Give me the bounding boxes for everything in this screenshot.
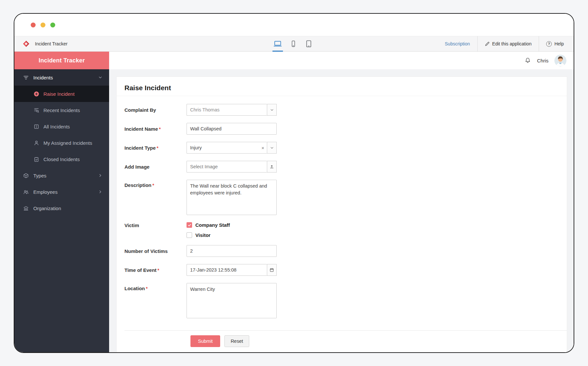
sidebar-item-closed-incidents[interactable]: Closed Incidents: [14, 151, 109, 167]
incident-name-field[interactable]: [187, 123, 277, 135]
plus-circle-icon: [33, 91, 39, 97]
add-image-field[interactable]: [187, 161, 267, 173]
close-button[interactable]: [31, 23, 36, 27]
edit-application-button[interactable]: Edit this application: [477, 36, 539, 51]
minimize-button[interactable]: [41, 23, 45, 27]
device-preview-switcher: [270, 36, 317, 51]
building-icon: [23, 206, 29, 211]
pencil-icon: [485, 42, 490, 46]
field-label: Incident Type*: [124, 145, 187, 151]
required-marker: *: [153, 183, 154, 188]
field-label: Description*: [124, 180, 187, 188]
clipboard-icon: [33, 157, 39, 162]
sidebar-app-title: Incident Tracker: [14, 52, 109, 69]
tablet-icon[interactable]: [301, 36, 317, 51]
field-victim: Victim Company Staff: [124, 222, 567, 238]
chevron-down-icon: [98, 75, 103, 80]
sidebar-item-label: Recent Incidents: [43, 108, 80, 113]
field-complaint-by: Complaint By: [124, 104, 567, 116]
edit-application-label: Edit this application: [492, 41, 532, 46]
person-icon: [33, 140, 39, 146]
incident-type-field[interactable]: [187, 142, 267, 154]
help-label: Help: [554, 41, 564, 46]
sidebar-item-label: My Assigned Incidents: [43, 140, 92, 146]
field-label: Complaint By: [124, 107, 187, 113]
sidebar-item-label: Incidents: [33, 75, 53, 80]
form-actions: Submit Reset: [124, 330, 567, 352]
app-toolbar: Incident Tracker: [14, 36, 574, 52]
required-marker: *: [157, 145, 158, 151]
sidebar-item-recent-incidents[interactable]: Recent Incidents: [14, 102, 109, 118]
cube-icon: [23, 173, 29, 178]
chevron-right-icon: [98, 190, 103, 194]
field-label: Location*: [124, 283, 187, 291]
field-incident-type: Incident Type* ×: [124, 142, 567, 154]
field-location: Location* Warren City: [124, 283, 567, 318]
raise-incident-form-card: Raise Incident Complaint By: [116, 76, 567, 352]
sidebar-item-label: Types: [33, 173, 46, 178]
visitor-checkbox[interactable]: [187, 232, 192, 238]
toolbar-app-name: Incident Tracker: [35, 41, 68, 46]
page-title: Raise Incident: [117, 77, 567, 96]
sidebar-item-organization[interactable]: Organization: [14, 200, 109, 216]
victim-option-visitor: Visitor: [187, 232, 230, 238]
app-window: Incident Tracker: [14, 13, 574, 353]
notifications-bell-icon[interactable]: [524, 57, 531, 64]
field-time-of-event: Time of Event*: [124, 264, 567, 276]
field-number-of-victims: Number of Victims: [124, 245, 567, 257]
time-of-event-field[interactable]: [187, 264, 267, 276]
laptop-icon[interactable]: [270, 36, 286, 51]
recent-incidents-icon: [33, 108, 39, 113]
field-incident-name: Incident Name*: [124, 123, 567, 135]
calendar-icon[interactable]: [267, 264, 277, 276]
clear-icon[interactable]: ×: [261, 145, 264, 150]
field-label: Number of Victims: [124, 248, 187, 254]
location-field[interactable]: Warren City: [187, 283, 277, 318]
number-of-victims-field[interactable]: [187, 245, 277, 257]
incident-type-dropdown-button[interactable]: [267, 142, 277, 154]
filter-icon: [23, 75, 29, 80]
sidebar-item-employees[interactable]: Employees: [14, 184, 109, 200]
field-description: Description* The Wall near block C colla…: [124, 180, 567, 215]
required-marker: *: [157, 268, 159, 273]
content-header: Chris: [109, 52, 574, 69]
titlebar: [14, 14, 574, 36]
help-button[interactable]: Help: [539, 36, 574, 51]
sidebar-item-label: Closed Incidents: [43, 157, 80, 162]
checkbox-label: Company Staff: [195, 222, 230, 228]
sidebar-item-raise-incident[interactable]: Raise Incident: [14, 86, 109, 102]
victim-option-company-staff: Company Staff: [187, 222, 230, 228]
avatar[interactable]: [554, 55, 566, 67]
user-name: Chris: [537, 58, 548, 63]
field-label: Victim: [124, 222, 187, 228]
checkbox-label: Visitor: [195, 232, 210, 238]
people-icon: [23, 189, 29, 195]
field-label: Incident Name*: [124, 126, 187, 132]
description-field[interactable]: The Wall near block C collapsed and empl…: [187, 180, 277, 215]
sidebar-item-all-incidents[interactable]: All Incidents: [14, 118, 109, 135]
complaint-by-dropdown-button[interactable]: [267, 104, 277, 116]
subscription-link[interactable]: Subscription: [438, 36, 477, 51]
sidebar-item-label: Organization: [33, 206, 61, 211]
sidebar-item-label: All Incidents: [43, 124, 70, 129]
required-marker: *: [146, 286, 148, 291]
sidebar-item-incidents[interactable]: Incidents: [14, 69, 109, 86]
zoom-button[interactable]: [50, 23, 55, 27]
reset-button[interactable]: Reset: [224, 335, 249, 347]
help-icon: [546, 41, 552, 47]
sidebar-item-label: Raise Incident: [43, 91, 74, 97]
complaint-by-field[interactable]: [187, 104, 267, 116]
upload-icon[interactable]: [267, 161, 277, 173]
sidebar-item-label: Employees: [33, 189, 57, 195]
field-label: Add Image: [124, 164, 187, 170]
chevron-right-icon: [98, 173, 103, 178]
sidebar-item-my-assigned-incidents[interactable]: My Assigned Incidents: [14, 135, 109, 151]
phone-icon[interactable]: [286, 36, 301, 51]
company-staff-checkbox[interactable]: [187, 222, 192, 228]
submit-button[interactable]: Submit: [190, 335, 220, 347]
sidebar: Incident Tracker Incidents: [14, 52, 109, 352]
field-add-image: Add Image: [124, 161, 567, 173]
creator-logo-icon[interactable]: [22, 40, 30, 48]
sidebar-item-types[interactable]: Types: [14, 167, 109, 184]
field-label: Time of Event*: [124, 267, 187, 273]
